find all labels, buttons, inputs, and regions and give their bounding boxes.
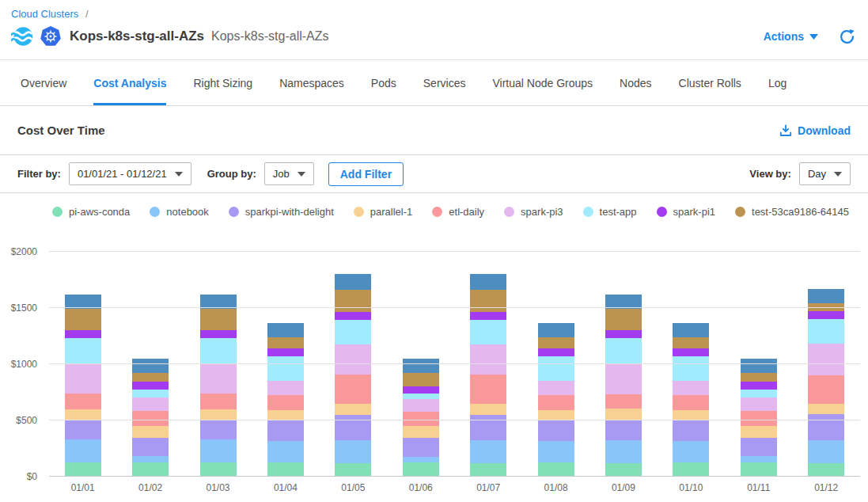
bar-segment-spark-pi1[interactable] (605, 330, 642, 338)
bar-segment-spark-pi3[interactable] (673, 381, 709, 395)
tab-pods[interactable]: Pods (371, 60, 396, 105)
bar-segment-etl-daily[interactable] (741, 411, 777, 426)
legend-item-sparkpi-with-delight[interactable]: sparkpi-with-delight (229, 206, 334, 218)
bar-segment-test-53ca9186-64145[interactable] (538, 337, 574, 348)
tab-overview[interactable]: Overview (21, 60, 66, 105)
bar-segment-test-app[interactable] (538, 356, 574, 381)
bar-segment-sparkpi-with-delight[interactable] (403, 438, 439, 457)
bar-segment-pi-aws-conda[interactable] (403, 462, 439, 477)
bar-segment-spark-pi3[interactable] (538, 381, 574, 395)
bar-segment-test-pkix[interactable] (538, 323, 574, 337)
tab-right-sizing[interactable]: Right Sizing (193, 60, 252, 105)
bar-01-10[interactable] (673, 252, 709, 477)
bar-segment-etl-daily[interactable] (605, 394, 642, 409)
bar-segment-pi-aws-conda[interactable] (808, 463, 844, 477)
bar-segment-pi-aws-conda[interactable] (335, 463, 371, 477)
view-by-select[interactable]: Day (799, 162, 851, 185)
bar-segment-sparkpi-with-delight[interactable] (132, 438, 169, 456)
bar-segment-test-app[interactable] (470, 320, 506, 344)
bar-segment-test-app[interactable] (808, 319, 844, 344)
bar-segment-notebook[interactable] (673, 441, 709, 463)
bar-segment-pi-aws-conda[interactable] (267, 462, 304, 477)
bar-segment-parallel-1[interactable] (132, 426, 169, 438)
bar-segment-parallel-1[interactable] (335, 404, 371, 415)
bar-segment-test-53ca9186-64145[interactable] (65, 309, 101, 330)
bar-segment-test-53ca9186-64145[interactable] (605, 309, 642, 330)
bar-segment-test-53ca9186-64145[interactable] (132, 373, 169, 382)
bar-segment-etl-daily[interactable] (673, 395, 709, 409)
bar-segment-notebook[interactable] (132, 456, 169, 462)
bar-segment-test-app[interactable] (673, 356, 709, 381)
bar-segment-test-53ca9186-64145[interactable] (335, 290, 371, 312)
add-filter-button[interactable]: Add Filter (328, 162, 404, 186)
bar-01-08[interactable] (538, 252, 574, 477)
bar-segment-pi-aws-conda[interactable] (132, 462, 169, 477)
bar-segment-spark-pi1[interactable] (403, 386, 439, 394)
bar-segment-test-pkix[interactable] (403, 359, 439, 373)
bar-segment-sparkpi-with-delight[interactable] (267, 420, 304, 440)
bar-segment-etl-daily[interactable] (335, 375, 371, 404)
bar-segment-test-app[interactable] (267, 356, 304, 381)
bar-segment-spark-pi3[interactable] (741, 397, 777, 411)
bar-segment-sparkpi-with-delight[interactable] (335, 415, 371, 440)
bar-segment-spark-pi1[interactable] (267, 348, 304, 356)
bar-01-12[interactable] (808, 252, 844, 477)
bar-segment-test-53ca9186-64145[interactable] (741, 373, 777, 382)
bar-segment-parallel-1[interactable] (200, 409, 237, 420)
bar-segment-parallel-1[interactable] (267, 410, 304, 420)
tab-cost-analysis[interactable]: Cost Analysis (93, 60, 166, 105)
group-by-select[interactable]: Job (264, 162, 314, 185)
bar-segment-parallel-1[interactable] (470, 404, 506, 415)
bar-segment-test-pkix[interactable] (335, 274, 371, 290)
breadcrumb-link-cloud-clusters[interactable]: Cloud Clusters (11, 8, 78, 20)
bar-segment-etl-daily[interactable] (538, 395, 574, 409)
bar-segment-test-app[interactable] (132, 390, 169, 397)
bar-segment-notebook[interactable] (741, 456, 777, 462)
bar-01-03[interactable] (200, 252, 237, 477)
bar-segment-pi-aws-conda[interactable] (65, 462, 101, 477)
bar-01-07[interactable] (470, 252, 506, 477)
legend-item-etl-daily[interactable]: etl-daily (432, 206, 484, 218)
bar-segment-etl-daily[interactable] (470, 375, 506, 404)
bar-segment-pi-aws-conda[interactable] (470, 463, 506, 477)
bar-segment-parallel-1[interactable] (673, 410, 709, 420)
bar-segment-parallel-1[interactable] (403, 426, 439, 438)
bar-segment-test-app[interactable] (65, 338, 101, 364)
bar-segment-sparkpi-with-delight[interactable] (65, 420, 101, 439)
bar-segment-sparkpi-with-delight[interactable] (200, 420, 237, 439)
bar-segment-test-53ca9186-64145[interactable] (403, 373, 439, 386)
download-button[interactable]: Download (779, 124, 851, 137)
bar-segment-notebook[interactable] (538, 441, 574, 463)
bar-segment-parallel-1[interactable] (65, 409, 101, 420)
legend-item-pi-aws-conda[interactable]: pi-aws-conda (52, 206, 130, 218)
bar-segment-test-app[interactable] (741, 390, 777, 397)
bar-segment-test-pkix[interactable] (132, 359, 169, 373)
bar-segment-notebook[interactable] (403, 457, 439, 462)
bar-segment-spark-pi1[interactable] (538, 348, 574, 356)
bar-segment-spark-pi3[interactable] (605, 363, 642, 394)
bar-01-11[interactable] (741, 252, 777, 477)
bar-segment-spark-pi1[interactable] (673, 348, 709, 356)
bar-segment-spark-pi1[interactable] (65, 330, 101, 338)
bar-segment-pi-aws-conda[interactable] (538, 462, 574, 477)
date-range-select[interactable]: 01/01/21 - 01/12/21 (69, 162, 191, 185)
bar-segment-test-pkix[interactable] (267, 323, 304, 337)
bar-segment-sparkpi-with-delight[interactable] (741, 438, 777, 456)
bar-segment-etl-daily[interactable] (808, 375, 844, 405)
bar-segment-notebook[interactable] (267, 441, 304, 463)
bar-segment-test-53ca9186-64145[interactable] (200, 309, 237, 330)
tab-log[interactable]: Log (768, 60, 787, 105)
bar-segment-sparkpi-with-delight[interactable] (470, 415, 506, 440)
tab-namespaces[interactable]: Namespaces (279, 60, 344, 105)
legend-item-spark-pi3[interactable]: spark-pi3 (504, 206, 563, 218)
bar-segment-spark-pi1[interactable] (741, 382, 777, 390)
bar-segment-etl-daily[interactable] (65, 394, 101, 409)
bar-segment-pi-aws-conda[interactable] (605, 463, 642, 477)
legend-item-test-app[interactable]: test-app (583, 206, 637, 218)
bar-segment-test-app[interactable] (200, 338, 237, 364)
bar-segment-spark-pi3[interactable] (132, 397, 169, 411)
legend-item-test-53ca9186-64145[interactable]: test-53ca9186-64145 (735, 206, 849, 218)
bar-segment-spark-pi1[interactable] (132, 382, 169, 390)
bar-segment-spark-pi3[interactable] (200, 364, 237, 394)
bar-segment-spark-pi3[interactable] (335, 344, 371, 375)
